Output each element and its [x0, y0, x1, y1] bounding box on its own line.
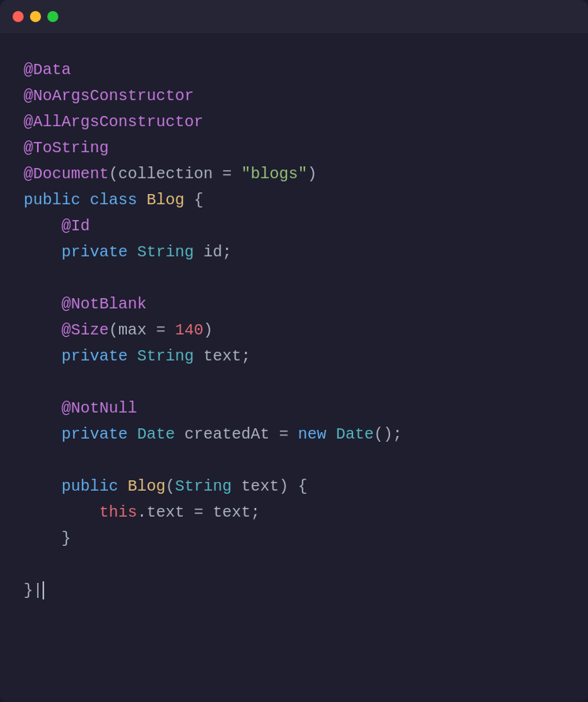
empty-line-1 [24, 265, 572, 291]
title-bar [0, 0, 588, 33]
code-line-12: @NotNull [24, 395, 572, 421]
empty-line-3 [24, 447, 572, 473]
maximize-button[interactable] [47, 11, 58, 22]
code-line-14: public Blog(String text) { [24, 473, 572, 499]
code-line-8: private String id; [24, 239, 572, 265]
empty-line-4 [24, 551, 572, 577]
code-line-16: } [24, 525, 572, 551]
minimize-button[interactable] [30, 11, 41, 22]
code-line-9: @NotBlank [24, 291, 572, 317]
code-line-3: @AllArgsConstructor [24, 109, 572, 135]
code-line-10: @Size(max = 140) [24, 317, 572, 343]
code-line-17: }| [24, 577, 572, 603]
code-line-11: private String text; [24, 343, 572, 369]
code-line-7: @Id [24, 213, 572, 239]
code-line-1: @Data [24, 57, 572, 83]
code-line-15: this.text = text; [24, 499, 572, 525]
code-line-5: @Document(collection = "blogs") [24, 161, 572, 187]
code-line-13: private Date createdAt = new Date(); [24, 421, 572, 447]
code-editor-window: @Data @NoArgsConstructor @AllArgsConstru… [0, 0, 588, 702]
code-line-2: @NoArgsConstructor [24, 83, 572, 109]
code-line-4: @ToString [24, 135, 572, 161]
empty-line-2 [24, 369, 572, 395]
close-button[interactable] [13, 11, 24, 22]
code-content[interactable]: @Data @NoArgsConstructor @AllArgsConstru… [0, 33, 588, 702]
code-line-6: public class Blog { [24, 187, 572, 213]
